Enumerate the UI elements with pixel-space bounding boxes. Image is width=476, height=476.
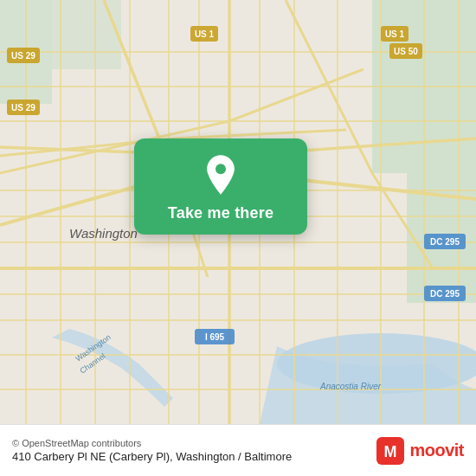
map-container: I 695 DC 295 DC 295 US 29 US 29 US 50 US… — [0, 0, 476, 424]
moovit-icon: M — [376, 437, 404, 465]
svg-text:US 1: US 1 — [385, 29, 405, 39]
moovit-text: moovit — [409, 441, 464, 460]
location-pin-icon — [200, 154, 241, 196]
svg-text:US 29: US 29 — [11, 103, 35, 113]
svg-text:DC 295: DC 295 — [430, 289, 460, 299]
svg-text:Washington: Washington — [69, 226, 138, 241]
svg-text:Anacostia River: Anacostia River — [319, 382, 382, 391]
svg-point-62 — [215, 164, 226, 174]
address-text: 410 Carbery Pl NE (Carbery Pl), Washingt… — [12, 450, 292, 463]
take-me-there-label: Take me there — [168, 204, 273, 222]
svg-text:I 695: I 695 — [205, 332, 225, 342]
osm-credit: © OpenStreetMap contributors — [12, 438, 292, 448]
svg-text:US 50: US 50 — [394, 47, 418, 56]
bottom-left: © OpenStreetMap contributors 410 Carbery… — [12, 438, 292, 463]
bottom-bar: © OpenStreetMap contributors 410 Carbery… — [0, 424, 476, 476]
take-me-there-card[interactable]: Take me there — [134, 138, 307, 235]
svg-text:DC 295: DC 295 — [430, 237, 460, 247]
svg-rect-4 — [52, 0, 121, 69]
svg-text:US 1: US 1 — [195, 29, 215, 39]
svg-text:M: M — [384, 443, 397, 460]
moovit-logo: M moovit — [376, 437, 464, 465]
svg-text:US 29: US 29 — [11, 51, 35, 61]
